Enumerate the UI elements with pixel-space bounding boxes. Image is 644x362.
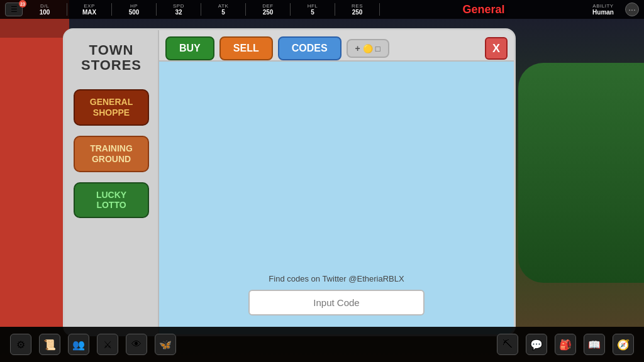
- hud-exp-value: MAX: [82, 9, 96, 16]
- wings-icon[interactable]: 🦋: [155, 334, 176, 355]
- pickaxe-icon[interactable]: ⛏: [497, 334, 518, 355]
- hud-divider-2: [111, 3, 112, 16]
- hud-def: DEF 250: [252, 3, 284, 16]
- hud-hfl: HFL 5: [297, 3, 328, 16]
- hud-exp: EXP MAX: [74, 3, 105, 16]
- store-title: TOWN STORES: [81, 43, 142, 73]
- hud-dl-label: D/L: [40, 3, 49, 9]
- hud-def-label: DEF: [262, 3, 274, 9]
- code-input[interactable]: [248, 290, 425, 315]
- scroll-icon[interactable]: 📜: [39, 334, 60, 355]
- coins-display: + 🟡 □: [347, 39, 389, 58]
- settings-icon[interactable]: ⚙: [10, 334, 31, 355]
- bag-icon[interactable]: 🎒: [555, 334, 576, 355]
- bottom-toolbar: ⚙ 📜 👥 ⚔ 👁 🦋 ⛏ 💬 🎒 📖 🧭: [0, 327, 644, 362]
- hud-hfl-value: 5: [311, 9, 314, 16]
- store-panel: TOWN STORES GeneralShoppe TrainingGround…: [63, 28, 516, 336]
- hud-spd-label: SPD: [173, 3, 184, 9]
- sidebar-item-lotto[interactable]: LuckyLotto: [74, 182, 149, 219]
- hud-ability-value: Human: [592, 9, 614, 16]
- tab-buy[interactable]: BUY: [165, 36, 214, 60]
- menu-icon-wrap[interactable]: ☰ 23: [5, 3, 23, 16]
- red-building: [0, 0, 69, 327]
- hud-res: RES 250: [341, 3, 373, 16]
- hud-hp-label: HP: [130, 3, 138, 9]
- hud-divider-1: [67, 3, 67, 16]
- tab-sell[interactable]: SELL: [219, 36, 273, 60]
- hud-dl-value: 100: [40, 9, 50, 16]
- tab-codes[interactable]: CODES: [278, 36, 341, 60]
- store-sidebar: TOWN STORES GeneralShoppe TrainingGround…: [65, 30, 159, 334]
- eye-slash-icon[interactable]: 👁: [126, 334, 147, 355]
- hud-divider-8: [379, 3, 380, 16]
- hud-atk: ATK 5: [208, 3, 239, 16]
- book-icon[interactable]: 📖: [584, 334, 605, 355]
- coin-plus-icon: +: [355, 43, 360, 53]
- tab-bar: BUY SELL CODES + 🟡 □ X: [159, 30, 514, 62]
- sidebar-item-training[interactable]: TrainingGround: [74, 136, 149, 172]
- hud-atk-value: 5: [221, 9, 225, 16]
- hud-divider-7: [335, 3, 335, 16]
- sword-icon[interactable]: ⚔: [97, 334, 118, 355]
- hud-res-label: RES: [352, 3, 363, 9]
- hud-spd: SPD 32: [163, 3, 194, 16]
- green-trees: [518, 63, 644, 283]
- hud-ability: ABILITY Human: [587, 3, 619, 16]
- hud-dl: D/L 100: [29, 3, 60, 16]
- hud-exp-label: EXP: [84, 3, 95, 9]
- sidebar-item-general[interactable]: GeneralShoppe: [74, 89, 149, 126]
- hud-divider-5: [245, 3, 246, 16]
- store-content: BUY SELL CODES + 🟡 □ X Find codes on Twi…: [159, 30, 514, 334]
- hud-divider-3: [156, 3, 157, 16]
- group-icon[interactable]: 👥: [68, 334, 89, 355]
- close-button[interactable]: X: [485, 37, 508, 60]
- hud-atk-label: ATK: [218, 3, 228, 9]
- hud-hfl-label: HFL: [308, 3, 318, 9]
- hud-more-button[interactable]: ···: [625, 3, 639, 16]
- compass-icon[interactable]: 🧭: [613, 334, 634, 355]
- notification-badge: 23: [19, 0, 26, 8]
- codes-hint: Find codes on Twitter @EtheriaRBLX: [269, 274, 404, 283]
- game-title: General: [386, 3, 581, 16]
- hud-hp: HP 500: [118, 3, 150, 16]
- coins-label: □: [375, 44, 380, 53]
- hud-res-value: 250: [352, 9, 363, 16]
- chat-icon[interactable]: 💬: [526, 334, 547, 355]
- hud-hp-value: 500: [129, 9, 140, 16]
- hud-ability-label: ABILITY: [592, 3, 613, 9]
- hud-spd-value: 32: [175, 9, 182, 16]
- hud-def-value: 250: [263, 9, 274, 16]
- hud-divider-4: [201, 3, 201, 16]
- coin-icon: 🟡: [363, 44, 373, 53]
- codes-content-area: Find codes on Twitter @EtheriaRBLX: [159, 62, 514, 334]
- hud-bar: ☰ 23 D/L 100 EXP MAX HP 500 SPD 32 ATK 5…: [0, 0, 644, 19]
- hud-divider-6: [290, 3, 291, 16]
